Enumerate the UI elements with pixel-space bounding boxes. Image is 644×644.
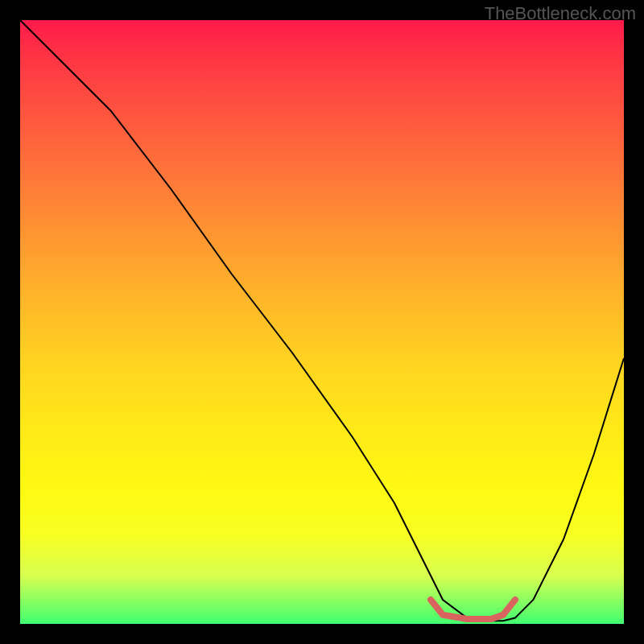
plot-area	[20, 20, 624, 624]
main-curve	[20, 20, 624, 621]
highlight-segment	[431, 600, 515, 619]
watermark-text: TheBottleneck.com	[485, 3, 636, 24]
chart-svg	[20, 20, 624, 624]
